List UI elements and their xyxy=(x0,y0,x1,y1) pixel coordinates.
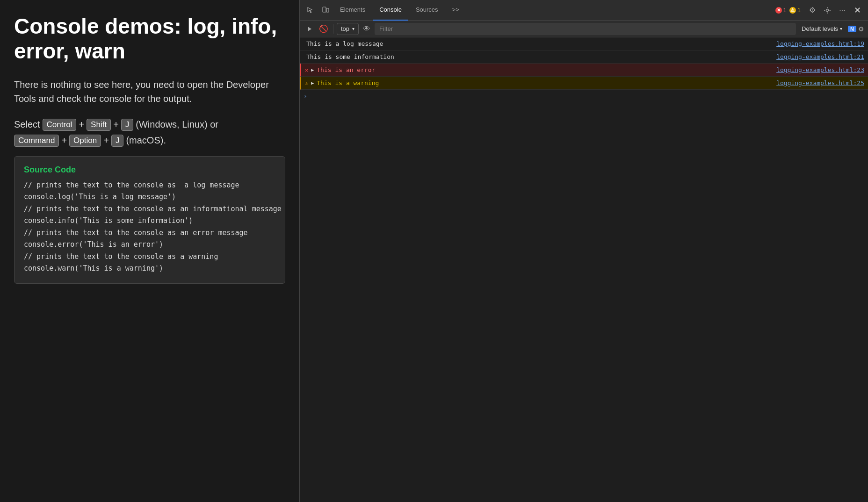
error-message: This is an error xyxy=(317,66,375,73)
inspect-icon-btn[interactable] xyxy=(304,3,318,17)
devtools-panel: Elements Console Sources >> ✕ 1 ⚠ 1 ⚙ xyxy=(299,0,868,502)
shortcut-macos: Command + Option + J (macOS). xyxy=(14,135,285,147)
j-key-mac: J xyxy=(111,135,124,147)
svg-marker-3 xyxy=(308,27,311,31)
warn-message: This is a warning xyxy=(317,79,379,86)
toolbar-divider xyxy=(333,24,333,34)
control-key: Control xyxy=(43,119,77,131)
expand-icon[interactable]: ▶ xyxy=(311,67,314,72)
console-row-error: ✕ ▶ This is an error logging-examples.ht… xyxy=(300,64,868,77)
source-code-label: Source Code xyxy=(24,165,275,175)
prompt-arrow-icon: › xyxy=(304,93,307,100)
command-key: Command xyxy=(14,135,59,147)
console-toolbar: 🚫 top ▾ 👁 Default levels ▾ N ⚙ xyxy=(300,21,868,37)
select-label: Select xyxy=(14,119,40,130)
error-circle-icon: ✕ xyxy=(775,7,782,14)
error-badge: ✕ 1 xyxy=(775,7,787,14)
settings-btn[interactable]: ⚙ xyxy=(805,3,819,17)
left-panel: Console demos: log, info, error, warn Th… xyxy=(0,0,299,502)
warn-file-link[interactable]: logging-examples.html:25 xyxy=(776,79,864,86)
run-btn[interactable] xyxy=(304,23,316,35)
chevron-down-icon-levels: ▾ xyxy=(840,26,842,31)
console-row-warn: ⚠ ▶ This is a warning logging-examples.h… xyxy=(300,77,868,90)
log-message: This is a log message xyxy=(306,40,383,47)
tab-more[interactable]: >> xyxy=(446,0,466,21)
warn-circle-icon: ⚠ xyxy=(789,7,796,14)
tab-sources[interactable]: Sources xyxy=(409,0,445,21)
close-btn[interactable]: ✕ xyxy=(850,3,864,17)
context-selector[interactable]: top ▾ xyxy=(337,23,359,35)
info-message: This is some information xyxy=(306,53,394,60)
j-key: J xyxy=(121,119,134,131)
clear-console-btn[interactable]: 🚫 xyxy=(318,23,330,35)
n-badge: N xyxy=(848,26,856,32)
console-prompt-row: › xyxy=(300,90,868,102)
more-options-btn[interactable]: ··· xyxy=(835,3,849,17)
svg-rect-0 xyxy=(323,7,326,12)
chevron-down-icon: ▾ xyxy=(352,26,354,31)
description: There is nothing to see here, you need t… xyxy=(14,78,285,106)
svg-point-2 xyxy=(826,9,829,11)
warn-icon: ⚠ xyxy=(305,80,308,86)
filter-input[interactable] xyxy=(375,23,796,35)
customize-btn[interactable] xyxy=(820,3,834,17)
console-row-log: This is a log message logging-examples.h… xyxy=(300,37,868,50)
default-levels-btn[interactable]: Default levels ▾ xyxy=(798,23,846,35)
info-file-link[interactable]: logging-examples.html:21 xyxy=(776,53,864,60)
code-text: // prints the text to the console as a l… xyxy=(24,179,275,275)
eye-btn[interactable]: 👁 xyxy=(361,23,373,35)
warn-badge: ⚠ 1 xyxy=(789,7,801,14)
error-icon: ✕ xyxy=(305,67,308,73)
expand-warn-icon[interactable]: ▶ xyxy=(311,80,314,86)
device-toolbar-btn[interactable] xyxy=(318,3,333,17)
console-row-info: This is some information logging-example… xyxy=(300,50,868,64)
gear-icon[interactable]: ⚙ xyxy=(858,25,864,33)
badge-row: ✕ 1 ⚠ 1 xyxy=(775,7,801,14)
error-file-link[interactable]: logging-examples.html:23 xyxy=(776,66,864,73)
option-key: Option xyxy=(69,135,101,147)
log-file-link[interactable]: logging-examples.html:19 xyxy=(776,40,864,47)
shift-key: Shift xyxy=(87,119,111,131)
tab-console[interactable]: Console xyxy=(373,0,408,21)
devtools-topbar: Elements Console Sources >> ✕ 1 ⚠ 1 ⚙ xyxy=(300,0,868,21)
page-title: Console demos: log, info, error, warn xyxy=(14,14,285,64)
tab-elements[interactable]: Elements xyxy=(333,0,372,21)
console-messages: This is a log message logging-examples.h… xyxy=(300,37,868,502)
shortcut-windows: Select Control + Shift + J (Windows, Lin… xyxy=(14,119,285,131)
svg-rect-1 xyxy=(326,8,329,12)
code-block: Source Code // prints the text to the co… xyxy=(14,156,285,284)
